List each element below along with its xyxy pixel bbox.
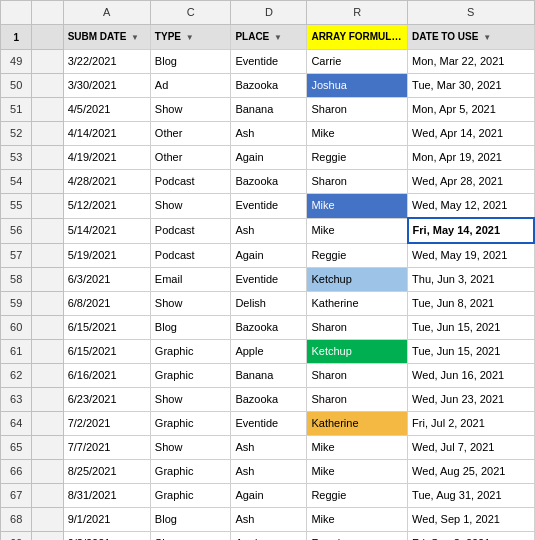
cell-array-formula[interactable]: Mike xyxy=(307,194,408,219)
cell-subm-date[interactable]: 4/5/2021 xyxy=(63,98,150,122)
cell-place[interactable]: Eventide xyxy=(231,412,307,436)
cell-array-formula[interactable]: Reggie xyxy=(307,532,408,541)
cell-place[interactable]: Bazooka xyxy=(231,388,307,412)
cell-array-formula[interactable]: Sharon xyxy=(307,170,408,194)
cell-date-to-use[interactable]: Wed, Aug 25, 2021 xyxy=(408,460,534,484)
cell-place[interactable]: Apple xyxy=(231,340,307,364)
cell-date-to-use[interactable]: Tue, Jun 15, 2021 xyxy=(408,340,534,364)
col-letter-a[interactable]: A xyxy=(63,1,150,25)
cell-place[interactable]: Ash xyxy=(231,122,307,146)
cell-place[interactable]: Ash xyxy=(231,508,307,532)
cell-date-to-use[interactable]: Tue, Jun 15, 2021 xyxy=(408,316,534,340)
cell-subm-date[interactable]: 6/8/2021 xyxy=(63,292,150,316)
cell-type[interactable]: Graphic xyxy=(150,412,231,436)
cell-date-to-use[interactable]: Mon, Apr 5, 2021 xyxy=(408,98,534,122)
col-letter-s[interactable]: S xyxy=(408,1,534,25)
cell-subm-date[interactable]: 6/16/2021 xyxy=(63,364,150,388)
cell-array-formula[interactable]: Katherine xyxy=(307,412,408,436)
cell-type[interactable]: Graphic xyxy=(150,340,231,364)
cell-place[interactable]: Again xyxy=(231,532,307,541)
cell-place[interactable]: Banana xyxy=(231,98,307,122)
header-date-to-use[interactable]: DATE TO USE ▼ xyxy=(408,25,534,50)
cell-place[interactable]: Ash xyxy=(231,460,307,484)
cell-place[interactable]: Eventide xyxy=(231,268,307,292)
cell-date-to-use[interactable]: Wed, May 19, 2021 xyxy=(408,243,534,268)
cell-place[interactable]: Banana xyxy=(231,364,307,388)
cell-type[interactable]: Graphic xyxy=(150,364,231,388)
cell-type[interactable]: Show xyxy=(150,388,231,412)
filter-array-formula-icon[interactable]: ▼ xyxy=(403,28,408,47)
filter-date-to-use-icon[interactable]: ▼ xyxy=(483,28,491,47)
cell-subm-date[interactable]: 3/30/2021 xyxy=(63,74,150,98)
cell-subm-date[interactable]: 7/7/2021 xyxy=(63,436,150,460)
header-place[interactable]: PLACE ▼ xyxy=(231,25,307,50)
cell-place[interactable]: Ash xyxy=(231,436,307,460)
cell-type[interactable]: Blog xyxy=(150,316,231,340)
cell-type[interactable]: Show xyxy=(150,98,231,122)
cell-date-to-use[interactable]: Wed, Apr 28, 2021 xyxy=(408,170,534,194)
cell-type[interactable]: Ad xyxy=(150,74,231,98)
cell-subm-date[interactable]: 6/23/2021 xyxy=(63,388,150,412)
cell-array-formula[interactable]: Carrie xyxy=(307,50,408,74)
cell-subm-date[interactable]: 5/14/2021 xyxy=(63,218,150,243)
cell-type[interactable]: Show xyxy=(150,292,231,316)
cell-place[interactable]: Bazooka xyxy=(231,316,307,340)
cell-date-to-use[interactable]: Tue, Aug 31, 2021 xyxy=(408,484,534,508)
cell-subm-date[interactable]: 9/3/2021 xyxy=(63,532,150,541)
cell-type[interactable]: Podcast xyxy=(150,170,231,194)
cell-array-formula[interactable]: Sharon xyxy=(307,364,408,388)
cell-array-formula[interactable]: Sharon xyxy=(307,98,408,122)
cell-array-formula[interactable]: Mike xyxy=(307,218,408,243)
cell-place[interactable]: Eventide xyxy=(231,194,307,219)
cell-place[interactable]: Eventide xyxy=(231,50,307,74)
cell-array-formula[interactable]: Katherine xyxy=(307,292,408,316)
cell-array-formula[interactable]: Mike xyxy=(307,436,408,460)
cell-place[interactable]: Ash xyxy=(231,218,307,243)
cell-date-to-use[interactable]: Mon, Apr 19, 2021 xyxy=(408,146,534,170)
cell-date-to-use[interactable]: Wed, Jun 16, 2021 xyxy=(408,364,534,388)
cell-date-to-use[interactable]: Fri, Sep 3, 2021 xyxy=(408,532,534,541)
cell-subm-date[interactable]: 5/12/2021 xyxy=(63,194,150,219)
cell-subm-date[interactable]: 6/15/2021 xyxy=(63,316,150,340)
cell-array-formula[interactable]: Joshua xyxy=(307,74,408,98)
cell-date-to-use[interactable]: Wed, Apr 14, 2021 xyxy=(408,122,534,146)
cell-subm-date[interactable]: 4/28/2021 xyxy=(63,170,150,194)
cell-array-formula[interactable]: Reggie xyxy=(307,146,408,170)
cell-type[interactable]: Show xyxy=(150,532,231,541)
cell-date-to-use[interactable]: Tue, Jun 8, 2021 xyxy=(408,292,534,316)
cell-type[interactable]: Email xyxy=(150,268,231,292)
cell-date-to-use[interactable]: Tue, Mar 30, 2021 xyxy=(408,74,534,98)
cell-subm-date[interactable]: 8/25/2021 xyxy=(63,460,150,484)
cell-date-to-use[interactable]: Fri, Jul 2, 2021 xyxy=(408,412,534,436)
cell-array-formula[interactable]: Ketchup xyxy=(307,268,408,292)
cell-type[interactable]: Podcast xyxy=(150,218,231,243)
header-subm-date[interactable]: SUBM DATE ▼ xyxy=(63,25,150,50)
cell-array-formula[interactable]: Sharon xyxy=(307,388,408,412)
col-letter-c[interactable]: C xyxy=(150,1,231,25)
cell-subm-date[interactable]: 4/19/2021 xyxy=(63,146,150,170)
cell-date-to-use[interactable]: Thu, Jun 3, 2021 xyxy=(408,268,534,292)
cell-date-to-use[interactable]: Wed, Jun 23, 2021 xyxy=(408,388,534,412)
cell-place[interactable]: Delish xyxy=(231,292,307,316)
header-type[interactable]: TYPE ▼ xyxy=(150,25,231,50)
cell-subm-date[interactable]: 5/19/2021 xyxy=(63,243,150,268)
cell-place[interactable]: Again xyxy=(231,146,307,170)
header-array-formula[interactable]: ARRAY FORMULA ▼ xyxy=(307,25,408,50)
cell-type[interactable]: Other xyxy=(150,122,231,146)
cell-subm-date[interactable]: 8/31/2021 xyxy=(63,484,150,508)
filter-subm-date-icon[interactable]: ▼ xyxy=(131,28,139,47)
cell-type[interactable]: Other xyxy=(150,146,231,170)
cell-array-formula[interactable]: Reggie xyxy=(307,243,408,268)
cell-array-formula[interactable]: Mike xyxy=(307,508,408,532)
cell-place[interactable]: Bazooka xyxy=(231,74,307,98)
cell-type[interactable]: Show xyxy=(150,194,231,219)
cell-place[interactable]: Bazooka xyxy=(231,170,307,194)
cell-date-to-use[interactable]: Wed, Jul 7, 2021 xyxy=(408,436,534,460)
filter-place-icon[interactable]: ▼ xyxy=(274,28,282,47)
cell-date-to-use[interactable]: Fri, May 14, 2021 xyxy=(408,218,534,243)
cell-place[interactable]: Again xyxy=(231,243,307,268)
cell-type[interactable]: Show xyxy=(150,436,231,460)
cell-type[interactable]: Podcast xyxy=(150,243,231,268)
cell-place[interactable]: Again xyxy=(231,484,307,508)
col-letter-r[interactable]: R xyxy=(307,1,408,25)
